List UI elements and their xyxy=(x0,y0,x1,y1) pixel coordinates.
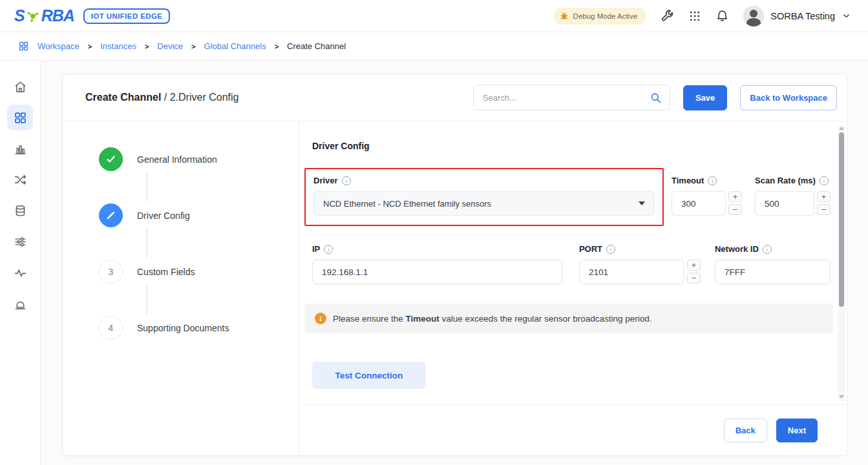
step-number: 4 xyxy=(99,316,123,340)
breadcrumb-grid-icon[interactable] xyxy=(18,41,29,52)
step-connector xyxy=(146,172,147,202)
sidebar-item-activity[interactable] xyxy=(7,260,33,285)
wizard-stepper: General Information Driver Config 3 xyxy=(63,121,299,455)
user-menu[interactable]: SORBA Testing xyxy=(743,6,851,26)
breadcrumb-global-channels[interactable]: Global Channels xyxy=(204,41,266,51)
info-icon[interactable]: i xyxy=(763,245,772,254)
sidebar xyxy=(0,61,41,465)
timeout-increment-button[interactable]: + xyxy=(728,191,742,202)
breadcrumb-workspace[interactable]: Workspace xyxy=(37,41,79,51)
network-id-label: Network ID i xyxy=(715,244,831,254)
workarea: Create Channel / 2.Driver Config Save Ba… xyxy=(41,61,868,465)
next-button[interactable]: Next xyxy=(776,418,818,442)
scan-rate-label: Scan Rate (ms) i xyxy=(755,176,831,185)
search-icon[interactable] xyxy=(650,92,662,104)
page-title: Create Channel / 2.Driver Config xyxy=(85,92,238,103)
debug-badge-label: Debug Mode Active xyxy=(573,12,638,20)
search-input[interactable] xyxy=(483,93,644,103)
step-label: Supporting Documents xyxy=(137,323,229,333)
bar-chart-icon xyxy=(14,142,27,156)
scan-rate-decrement-button[interactable]: − xyxy=(817,204,831,215)
step-label: General Information xyxy=(137,154,217,165)
test-connection-button[interactable]: Test Connection xyxy=(312,362,426,389)
driver-config-form: Driver Config Driver i NCD Ethernet - NC… xyxy=(299,121,847,455)
sidebar-item-database[interactable] xyxy=(7,198,33,223)
avatar xyxy=(743,6,764,26)
sorba-logo[interactable]: S RBA IOT UNIFIED EDGE xyxy=(14,6,170,25)
info-icon[interactable]: i xyxy=(342,176,351,185)
sidebar-item-settings[interactable] xyxy=(7,229,33,254)
breadcrumb-separator: > xyxy=(88,43,92,50)
sidebar-item-charts[interactable] xyxy=(7,136,33,161)
breadcrumb-separator: > xyxy=(275,43,279,50)
scan-rate-input[interactable] xyxy=(755,191,814,216)
port-input[interactable] xyxy=(579,260,684,284)
annotation-highlight-box: Driver i NCD Ethernet - NCD Ethernet fam… xyxy=(304,168,664,226)
caret-down-icon xyxy=(639,202,645,205)
info-circle-icon: i xyxy=(315,313,326,324)
card-header: Create Channel / 2.Driver Config Save Ba… xyxy=(63,74,847,121)
logo-text-prefix: S xyxy=(14,6,25,25)
debug-mode-badge: Debug Mode Active xyxy=(553,8,647,25)
step-current-pencil-icon xyxy=(99,203,123,227)
atom-icon xyxy=(26,8,40,24)
step-supporting-documents[interactable]: 4 Supporting Documents xyxy=(99,316,299,340)
notifications-icon[interactable] xyxy=(715,9,729,23)
driver-select-value: NCD Ethernet - NCD Ethernet family senso… xyxy=(323,199,491,209)
step-complete-check-icon xyxy=(99,147,123,171)
step-driver-config[interactable]: Driver Config xyxy=(99,203,299,227)
step-label: Custom Fields xyxy=(137,267,195,277)
scrollbar-thumb[interactable] xyxy=(839,132,844,307)
scroll-down-icon[interactable] xyxy=(839,395,844,398)
info-icon[interactable]: i xyxy=(324,245,333,254)
app-header: S RBA IOT UNIFIED EDGE Debug Mode Active xyxy=(0,0,868,32)
breadcrumb-device[interactable]: Device xyxy=(157,41,183,51)
port-increment-button[interactable]: + xyxy=(687,260,701,271)
step-general-information[interactable]: General Information xyxy=(99,147,299,171)
wrench-icon[interactable] xyxy=(661,9,674,23)
info-icon[interactable]: i xyxy=(606,245,615,254)
ip-input[interactable] xyxy=(312,260,562,284)
scroll-up-icon[interactable] xyxy=(839,127,844,130)
apps-grid-icon[interactable] xyxy=(688,10,701,23)
sidebar-item-flows[interactable] xyxy=(7,167,33,192)
step-custom-fields[interactable]: 3 Custom Fields xyxy=(99,260,299,284)
wizard-footer: Back Next xyxy=(299,404,847,455)
port-decrement-button[interactable]: − xyxy=(687,273,701,284)
save-button[interactable]: Save xyxy=(683,85,727,110)
sliders-icon xyxy=(14,235,27,249)
network-id-input[interactable] xyxy=(715,260,831,284)
step-number: 3 xyxy=(99,260,123,284)
notice-text: Please ensure the Timeout value exceeds … xyxy=(333,314,652,324)
info-icon[interactable]: i xyxy=(708,176,717,185)
sidebar-item-home[interactable] xyxy=(7,74,33,99)
sidebar-item-alarms[interactable] xyxy=(7,291,33,316)
driver-label: Driver i xyxy=(313,176,655,185)
chevron-down-icon xyxy=(842,11,851,21)
breadcrumb: Workspace > Instances > Device > Global … xyxy=(0,32,868,61)
breadcrumb-create-channel: Create Channel xyxy=(287,41,346,51)
back-button[interactable]: Back xyxy=(724,418,767,442)
create-channel-card: Create Channel / 2.Driver Config Save Ba… xyxy=(62,74,848,456)
back-to-workspace-button[interactable]: Back to Workspace xyxy=(740,85,837,110)
breadcrumb-separator: > xyxy=(191,43,195,50)
scan-rate-increment-button[interactable]: + xyxy=(817,191,831,202)
user-name: SORBA Testing xyxy=(770,11,835,21)
alarm-icon xyxy=(14,297,27,311)
timeout-notice: i Please ensure the Timeout value exceed… xyxy=(304,304,833,333)
scrollbar[interactable] xyxy=(838,124,845,401)
page-title-main: Create Channel xyxy=(85,92,161,103)
driver-select[interactable]: NCD Ethernet - NCD Ethernet family senso… xyxy=(313,191,655,216)
page-title-step: / 2.Driver Config xyxy=(164,92,239,103)
activity-icon xyxy=(14,266,27,280)
apps-icon xyxy=(14,111,27,125)
timeout-decrement-button[interactable]: − xyxy=(728,204,742,215)
sidebar-item-apps[interactable] xyxy=(7,105,33,130)
bug-icon xyxy=(560,12,569,21)
home-icon xyxy=(14,80,27,94)
info-icon[interactable]: i xyxy=(820,176,829,185)
product-badge: IOT UNIFIED EDGE xyxy=(83,8,171,24)
breadcrumb-instances[interactable]: Instances xyxy=(100,41,136,51)
timeout-input[interactable] xyxy=(672,191,726,216)
ip-label: IP i xyxy=(312,244,562,254)
